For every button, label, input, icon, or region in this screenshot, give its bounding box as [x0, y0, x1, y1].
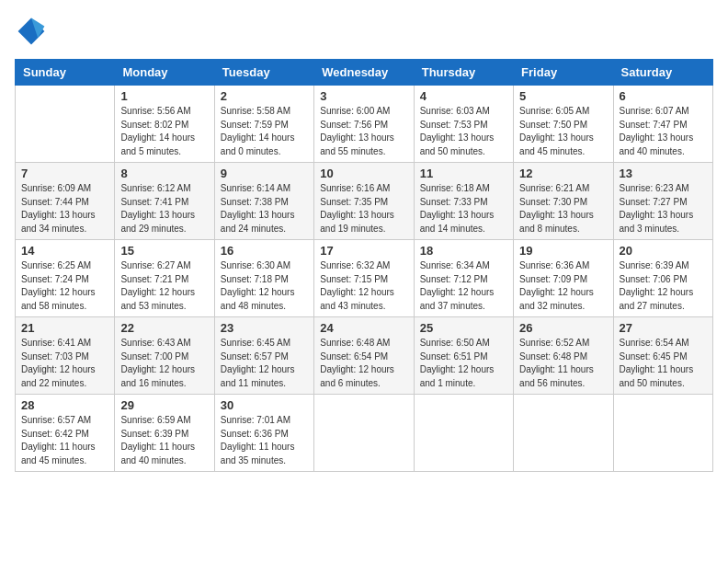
header-cell-monday: Monday: [115, 60, 214, 86]
day-cell: 16Sunrise: 6:30 AM Sunset: 7:18 PM Dayli…: [214, 240, 313, 317]
day-info: Sunrise: 7:01 AM Sunset: 6:36 PM Dayligh…: [221, 414, 308, 467]
day-number: 30: [221, 398, 308, 412]
day-cell: 27Sunrise: 6:54 AM Sunset: 6:45 PM Dayli…: [613, 317, 712, 395]
day-cell: [414, 395, 513, 472]
header-cell-thursday: Thursday: [414, 60, 513, 86]
day-info: Sunrise: 6:32 AM Sunset: 7:15 PM Dayligh…: [320, 259, 407, 313]
day-number: 26: [519, 321, 607, 335]
logo-icon: [15, 15, 48, 48]
header-cell-sunday: Sunday: [16, 60, 115, 86]
week-row-2: 7Sunrise: 6:09 AM Sunset: 7:44 PM Daylig…: [16, 163, 713, 240]
day-cell: [613, 395, 712, 472]
day-cell: 11Sunrise: 6:18 AM Sunset: 7:33 PM Dayli…: [414, 163, 513, 240]
header-cell-saturday: Saturday: [613, 60, 712, 86]
day-number: 14: [21, 244, 108, 258]
calendar-header: SundayMondayTuesdayWednesdayThursdayFrid…: [16, 60, 713, 86]
day-cell: 9Sunrise: 6:14 AM Sunset: 7:38 PM Daylig…: [214, 163, 313, 240]
day-info: Sunrise: 6:00 AM Sunset: 7:56 PM Dayligh…: [320, 105, 407, 158]
day-cell: 3Sunrise: 6:00 AM Sunset: 7:56 PM Daylig…: [314, 86, 414, 163]
day-number: 10: [320, 167, 407, 180]
day-number: 7: [21, 167, 108, 180]
day-cell: 15Sunrise: 6:27 AM Sunset: 7:21 PM Dayli…: [115, 240, 214, 317]
day-cell: 13Sunrise: 6:23 AM Sunset: 7:27 PM Dayli…: [613, 163, 712, 240]
day-cell: 8Sunrise: 6:12 AM Sunset: 7:41 PM Daylig…: [115, 163, 214, 240]
week-row-4: 21Sunrise: 6:41 AM Sunset: 7:03 PM Dayli…: [16, 317, 713, 395]
header-cell-friday: Friday: [514, 60, 613, 86]
day-number: 8: [120, 167, 208, 180]
day-number: 16: [221, 244, 308, 258]
day-info: Sunrise: 6:57 AM Sunset: 6:42 PM Dayligh…: [21, 414, 108, 467]
day-info: Sunrise: 6:41 AM Sunset: 7:03 PM Dayligh…: [21, 337, 108, 390]
day-cell: 30Sunrise: 7:01 AM Sunset: 6:36 PM Dayli…: [214, 395, 313, 472]
day-number: 19: [519, 244, 607, 258]
day-cell: 19Sunrise: 6:36 AM Sunset: 7:09 PM Dayli…: [514, 240, 613, 317]
header-row: SundayMondayTuesdayWednesdayThursdayFrid…: [16, 60, 713, 86]
day-info: Sunrise: 6:30 AM Sunset: 7:18 PM Dayligh…: [221, 259, 308, 313]
day-info: Sunrise: 6:05 AM Sunset: 7:50 PM Dayligh…: [519, 105, 607, 158]
day-number: 20: [620, 244, 707, 258]
day-number: 12: [519, 167, 607, 180]
day-info: Sunrise: 6:54 AM Sunset: 6:45 PM Dayligh…: [620, 337, 707, 390]
day-cell: 28Sunrise: 6:57 AM Sunset: 6:42 PM Dayli…: [16, 395, 115, 472]
day-number: 18: [420, 244, 507, 258]
day-number: 22: [120, 321, 208, 335]
day-number: 5: [519, 89, 607, 103]
day-info: Sunrise: 6:12 AM Sunset: 7:41 PM Dayligh…: [120, 182, 208, 236]
day-number: 1: [120, 89, 208, 103]
day-info: Sunrise: 6:23 AM Sunset: 7:27 PM Dayligh…: [620, 182, 707, 236]
day-cell: 7Sunrise: 6:09 AM Sunset: 7:44 PM Daylig…: [16, 163, 115, 240]
day-number: 11: [420, 167, 507, 180]
day-cell: 1Sunrise: 5:56 AM Sunset: 8:02 PM Daylig…: [115, 86, 214, 163]
day-number: 25: [420, 321, 507, 335]
day-cell: 6Sunrise: 6:07 AM Sunset: 7:47 PM Daylig…: [613, 86, 712, 163]
day-number: 3: [320, 89, 407, 103]
day-info: Sunrise: 6:59 AM Sunset: 6:39 PM Dayligh…: [120, 414, 208, 467]
day-info: Sunrise: 5:58 AM Sunset: 7:59 PM Dayligh…: [221, 105, 308, 158]
day-info: Sunrise: 6:45 AM Sunset: 6:57 PM Dayligh…: [221, 337, 308, 390]
week-row-5: 28Sunrise: 6:57 AM Sunset: 6:42 PM Dayli…: [16, 395, 713, 472]
day-number: 13: [620, 167, 707, 180]
day-cell: 29Sunrise: 6:59 AM Sunset: 6:39 PM Dayli…: [115, 395, 214, 472]
day-cell: [16, 86, 115, 163]
day-info: Sunrise: 6:34 AM Sunset: 7:12 PM Dayligh…: [420, 259, 507, 313]
day-cell: 5Sunrise: 6:05 AM Sunset: 7:50 PM Daylig…: [514, 86, 613, 163]
week-row-3: 14Sunrise: 6:25 AM Sunset: 7:24 PM Dayli…: [16, 240, 713, 317]
day-number: 21: [21, 321, 108, 335]
calendar-body: 1Sunrise: 5:56 AM Sunset: 8:02 PM Daylig…: [16, 86, 713, 472]
day-info: Sunrise: 6:27 AM Sunset: 7:21 PM Dayligh…: [120, 259, 208, 313]
day-info: Sunrise: 6:25 AM Sunset: 7:24 PM Dayligh…: [21, 259, 108, 313]
day-info: Sunrise: 6:48 AM Sunset: 6:54 PM Dayligh…: [320, 337, 407, 390]
day-cell: 23Sunrise: 6:45 AM Sunset: 6:57 PM Dayli…: [214, 317, 313, 395]
day-info: Sunrise: 6:07 AM Sunset: 7:47 PM Dayligh…: [620, 105, 707, 158]
day-cell: [314, 395, 414, 472]
day-info: Sunrise: 6:39 AM Sunset: 7:06 PM Dayligh…: [620, 259, 707, 313]
day-info: Sunrise: 6:36 AM Sunset: 7:09 PM Dayligh…: [519, 259, 607, 313]
day-cell: 2Sunrise: 5:58 AM Sunset: 7:59 PM Daylig…: [214, 86, 313, 163]
day-number: 9: [221, 167, 308, 180]
day-cell: 20Sunrise: 6:39 AM Sunset: 7:06 PM Dayli…: [613, 240, 712, 317]
day-number: 24: [320, 321, 407, 335]
page-header: [15, 15, 713, 48]
day-cell: 24Sunrise: 6:48 AM Sunset: 6:54 PM Dayli…: [314, 317, 414, 395]
day-info: Sunrise: 6:52 AM Sunset: 6:48 PM Dayligh…: [519, 337, 607, 390]
day-info: Sunrise: 6:43 AM Sunset: 7:00 PM Dayligh…: [120, 337, 208, 390]
day-cell: 14Sunrise: 6:25 AM Sunset: 7:24 PM Dayli…: [16, 240, 115, 317]
day-cell: 12Sunrise: 6:21 AM Sunset: 7:30 PM Dayli…: [514, 163, 613, 240]
day-number: 6: [620, 89, 707, 103]
day-info: Sunrise: 5:56 AM Sunset: 8:02 PM Dayligh…: [120, 105, 208, 158]
day-number: 4: [420, 89, 507, 103]
day-info: Sunrise: 6:09 AM Sunset: 7:44 PM Dayligh…: [21, 182, 108, 236]
day-cell: 4Sunrise: 6:03 AM Sunset: 7:53 PM Daylig…: [414, 86, 513, 163]
header-cell-tuesday: Tuesday: [214, 60, 313, 86]
day-cell: 25Sunrise: 6:50 AM Sunset: 6:51 PM Dayli…: [414, 317, 513, 395]
calendar-table: SundayMondayTuesdayWednesdayThursdayFrid…: [15, 59, 713, 472]
week-row-1: 1Sunrise: 5:56 AM Sunset: 8:02 PM Daylig…: [16, 86, 713, 163]
day-cell: 21Sunrise: 6:41 AM Sunset: 7:03 PM Dayli…: [16, 317, 115, 395]
day-cell: 18Sunrise: 6:34 AM Sunset: 7:12 PM Dayli…: [414, 240, 513, 317]
day-number: 17: [320, 244, 407, 258]
day-cell: 17Sunrise: 6:32 AM Sunset: 7:15 PM Dayli…: [314, 240, 414, 317]
day-number: 15: [120, 244, 208, 258]
day-info: Sunrise: 6:21 AM Sunset: 7:30 PM Dayligh…: [519, 182, 607, 236]
day-info: Sunrise: 6:18 AM Sunset: 7:33 PM Dayligh…: [420, 182, 507, 236]
day-number: 29: [120, 398, 208, 412]
